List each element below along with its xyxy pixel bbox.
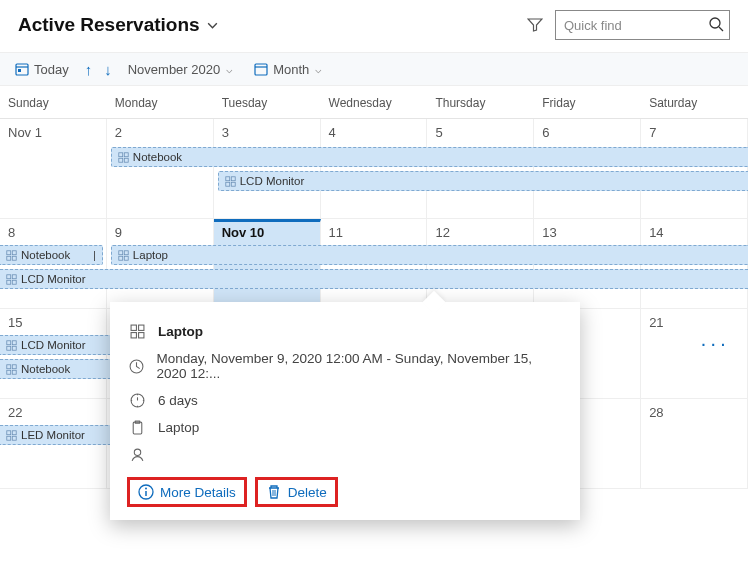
grid-icon xyxy=(128,324,146,339)
calendar-day[interactable]: Nov 1 xyxy=(0,119,107,219)
delete-button[interactable]: Delete xyxy=(256,478,337,489)
dow-thu: Thursday xyxy=(427,86,534,118)
event-label: LCD Monitor xyxy=(21,273,86,285)
svg-rect-26 xyxy=(12,280,16,284)
grid-icon xyxy=(118,250,129,261)
svg-rect-46 xyxy=(138,333,143,338)
month-label: November 2020 xyxy=(128,62,221,77)
svg-rect-30 xyxy=(12,346,16,350)
calendar-day[interactable]: 6 xyxy=(534,119,641,219)
svg-point-0 xyxy=(710,18,720,28)
event-label: LED Monitor xyxy=(21,429,85,441)
svg-rect-14 xyxy=(231,182,235,186)
svg-point-54 xyxy=(145,488,147,490)
grid-icon xyxy=(6,274,17,285)
svg-rect-21 xyxy=(119,256,123,260)
svg-rect-12 xyxy=(231,176,235,180)
svg-rect-38 xyxy=(12,436,16,440)
svg-rect-37 xyxy=(7,436,11,440)
search-input[interactable] xyxy=(555,10,730,40)
chevron-down-icon: ⌵ xyxy=(315,63,322,76)
chevron-down-icon xyxy=(206,19,219,32)
chevron-down-icon: ⌵ xyxy=(226,63,233,76)
duration-icon xyxy=(128,393,146,408)
popover-duration: 6 days xyxy=(158,393,198,408)
grid-icon xyxy=(6,340,17,351)
today-label: Today xyxy=(34,62,69,77)
event-label: Notebook xyxy=(133,151,182,163)
svg-rect-45 xyxy=(131,333,136,338)
svg-rect-11 xyxy=(225,176,229,180)
grid-icon xyxy=(225,176,236,187)
svg-rect-19 xyxy=(119,250,123,254)
svg-rect-36 xyxy=(12,430,16,434)
dow-mon: Monday xyxy=(107,86,214,118)
view-title-dropdown[interactable]: Active Reservations xyxy=(18,14,219,36)
svg-rect-2 xyxy=(16,64,28,75)
today-button[interactable]: Today xyxy=(10,59,73,79)
svg-rect-29 xyxy=(7,346,11,350)
svg-rect-25 xyxy=(7,280,11,284)
search-icon[interactable] xyxy=(708,16,724,32)
filter-button[interactable] xyxy=(525,15,545,35)
event-label: Laptop xyxy=(133,249,168,261)
svg-rect-23 xyxy=(7,274,11,278)
popover-item: Laptop xyxy=(158,420,199,435)
event-label: LCD Monitor xyxy=(240,175,305,187)
calendar-day[interactable]: 7 xyxy=(641,119,748,219)
svg-rect-24 xyxy=(12,274,16,278)
page-header: Active Reservations xyxy=(0,0,748,52)
popover-title: Laptop xyxy=(158,324,203,339)
calendar-day[interactable]: 3 xyxy=(214,119,321,219)
calendar-day[interactable]: 21 xyxy=(641,309,748,399)
view-picker[interactable]: Month ⌵ xyxy=(249,59,326,79)
svg-rect-5 xyxy=(255,64,267,75)
person-icon xyxy=(128,447,146,462)
calendar-event[interactable]: Notebook| xyxy=(0,245,103,265)
calendar-icon xyxy=(253,61,269,77)
calendar-day[interactable]: 28 xyxy=(641,399,748,489)
svg-rect-4 xyxy=(18,69,21,72)
calendar-week: 89Nov 1011121314Notebook|· · ·LaptopLCD … xyxy=(0,219,748,309)
day-of-week-header: Sunday Monday Tuesday Wednesday Thursday… xyxy=(0,86,748,119)
svg-rect-35 xyxy=(7,430,11,434)
previous-period-button[interactable]: ↑ xyxy=(85,61,93,78)
svg-rect-43 xyxy=(131,325,136,330)
event-label: LCD Monitor xyxy=(21,339,86,351)
svg-rect-32 xyxy=(12,364,16,368)
calendar-day[interactable]: 4 xyxy=(321,119,428,219)
view-title: Active Reservations xyxy=(18,14,200,36)
calendar-event[interactable]: LCD Monitor xyxy=(0,269,748,289)
svg-rect-31 xyxy=(7,364,11,368)
next-period-button[interactable]: ↓ xyxy=(104,61,112,78)
dow-sat: Saturday xyxy=(641,86,748,118)
svg-line-1 xyxy=(719,27,723,31)
svg-point-51 xyxy=(134,449,140,455)
grid-icon xyxy=(6,364,17,375)
month-picker[interactable]: November 2020 ⌵ xyxy=(124,60,238,79)
calendar-toolbar: Today ↑ ↓ November 2020 ⌵ Month ⌵ xyxy=(0,52,748,86)
svg-rect-8 xyxy=(124,152,128,156)
calendar-day[interactable]: 2 xyxy=(107,119,214,219)
more-details-button[interactable]: More Details xyxy=(128,478,246,489)
calendar-event[interactable]: Laptop xyxy=(111,245,748,265)
svg-rect-7 xyxy=(119,152,123,156)
calendar-event[interactable]: Notebook xyxy=(111,147,748,167)
clipboard-icon xyxy=(128,420,146,435)
svg-rect-17 xyxy=(7,256,11,260)
svg-rect-22 xyxy=(124,256,128,260)
calendar-day[interactable]: 5 xyxy=(427,119,534,219)
event-overflow-menu[interactable]: · · · xyxy=(702,337,726,353)
info-icon xyxy=(138,484,154,489)
event-popover: Laptop Monday, November 9, 2020 12:00 AM… xyxy=(110,302,580,489)
svg-rect-44 xyxy=(138,325,143,330)
more-details-label: More Details xyxy=(160,485,236,490)
dow-fri: Friday xyxy=(534,86,641,118)
search-box xyxy=(555,10,730,40)
svg-rect-15 xyxy=(7,250,11,254)
calendar-today-icon xyxy=(14,61,30,77)
event-label: Notebook xyxy=(21,249,70,261)
svg-rect-13 xyxy=(225,182,229,186)
calendar-event[interactable]: LCD Monitor xyxy=(218,171,748,191)
svg-rect-20 xyxy=(124,250,128,254)
